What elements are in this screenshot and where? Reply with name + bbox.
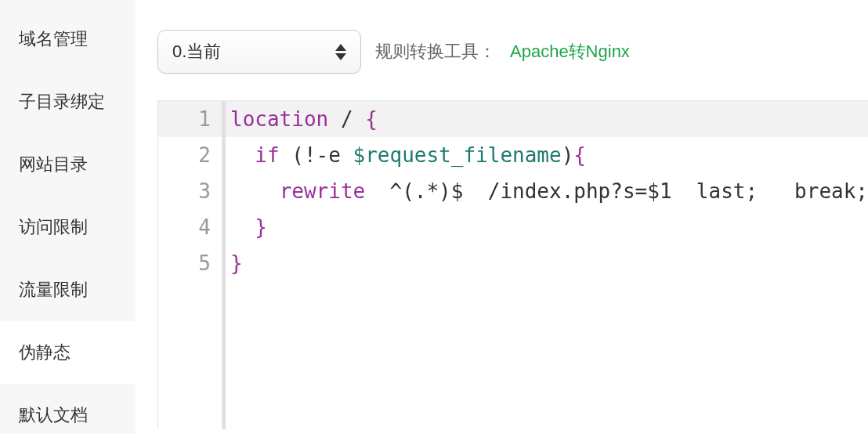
sidebar-item-label: 默认文档 [19,403,88,427]
rule-select[interactable]: 0.当前 [157,30,361,74]
code-line: rewrite ^(.*)$ /index.php?s=$1 last; bre… [226,173,868,209]
line-number: 4 [158,209,222,245]
sidebar-item-label: 域名管理 [19,27,88,51]
line-number: 1 [158,101,222,137]
sidebar: 域名管理 子目录绑定 网站目录 访问限制 流量限制 伪静态 默认文档 [0,0,136,434]
sidebar-item-sitedir[interactable]: 网站目录 [0,133,136,196]
code-area[interactable]: location / { if (!-e $request_filename){… [226,101,868,429]
chevron-updown-icon [335,44,346,60]
rule-select-value: 0.当前 [172,40,346,63]
sidebar-item-label: 流量限制 [19,278,88,302]
toolbar: 0.当前 规则转换工具： Apache转Nginx [157,30,868,74]
line-number: 2 [158,137,222,173]
sidebar-item-subdir[interactable]: 子目录绑定 [0,71,136,133]
code-line: location / { [226,101,868,137]
sidebar-item-defaultdoc[interactable]: 默认文档 [0,384,136,434]
gutter: 1 2 3 4 5 [158,101,222,429]
code-editor[interactable]: 1 2 3 4 5 location / { if (!-e $request_… [157,100,868,429]
sidebar-item-rewrite[interactable]: 伪静态 [0,321,136,384]
code-line: } [226,245,868,281]
code-line: if (!-e $request_filename){ [226,137,868,173]
sidebar-item-label: 访问限制 [19,215,88,239]
code-line: } [226,209,868,245]
sidebar-item-label: 子目录绑定 [19,90,105,114]
sidebar-item-label: 伪静态 [19,341,71,364]
sidebar-item-traffic[interactable]: 流量限制 [0,259,136,321]
main-panel: 0.当前 规则转换工具： Apache转Nginx 1 2 3 4 5 loca… [136,0,868,434]
sidebar-item-label: 网站目录 [19,153,88,176]
converter-label: 规则转换工具： [375,40,496,63]
sidebar-item-domain[interactable]: 域名管理 [0,8,136,71]
line-number: 3 [158,173,222,209]
line-number: 5 [158,245,222,281]
apache-to-nginx-link[interactable]: Apache转Nginx [510,40,630,63]
sidebar-item-access[interactable]: 访问限制 [0,196,136,259]
